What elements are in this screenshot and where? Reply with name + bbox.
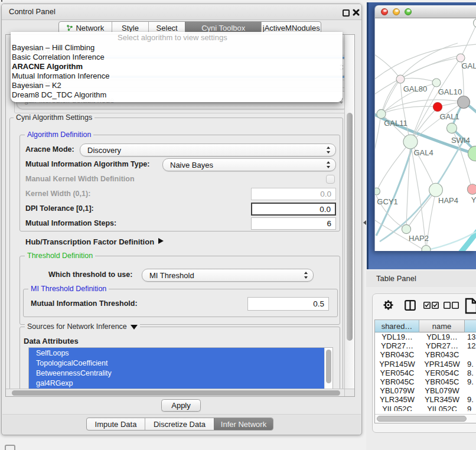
attribute-item[interactable]: SelfLoops: [36, 348, 69, 358]
network-node-hap4[interactable]: [429, 183, 443, 197]
attribute-list-scrollbar[interactable]: [324, 348, 332, 389]
algorithm-option[interactable]: Bayesian – Hill Climbing: [11, 43, 343, 53]
table-row[interactable]: YBR043CYBR043C: [375, 350, 476, 359]
network-node-gal10[interactable]: [432, 79, 441, 87]
table-row[interactable]: YPR145WYPR145W9.: [375, 360, 476, 369]
network-edge[interactable]: [400, 78, 436, 82]
control-panel-titlebar[interactable]: Control Panel: [2, 4, 361, 20]
network-edge[interactable]: [376, 145, 413, 236]
attribute-item[interactable]: BetweennessCentrality: [36, 369, 112, 379]
expand-arrow-icon[interactable]: [158, 238, 164, 244]
algorithm-option[interactable]: ARACNE Algorithm: [11, 62, 343, 71]
minimize-traffic-light-icon[interactable]: [393, 8, 400, 15]
table-row[interactable]: YER054CYER054C8.: [375, 369, 476, 377]
which-threshold-combobox[interactable]: MI Threshold: [142, 269, 314, 282]
kernel-width-field[interactable]: 0.0: [251, 188, 336, 200]
node-label: HAP4: [438, 196, 458, 205]
column-header-shared[interactable]: shared…: [375, 320, 419, 332]
network-node-gal11[interactable]: [377, 109, 386, 118]
network-edge[interactable]: [461, 24, 476, 58]
manual-kernel-checkbox[interactable]: [326, 175, 335, 184]
horizontal-scrollbar[interactable]: [6, 389, 344, 397]
float-window-icon[interactable]: [343, 9, 350, 17]
tab-label: Infer Network: [221, 420, 266, 429]
algorithm-option[interactable]: Dream8 DC_TDC Algorithm: [11, 90, 343, 100]
table-cell: 13: [465, 332, 476, 341]
vertical-scrollbar[interactable]: [344, 35, 355, 389]
table-row[interactable]: YBR045CYBR045C9.: [375, 377, 476, 386]
network-node[interactable]: [474, 19, 476, 28]
tab-label: jActiveMNodules: [263, 24, 320, 32]
aracne-mode-combobox[interactable]: Discovery: [80, 144, 336, 156]
attribute-item[interactable]: TopologicalCoefficient: [36, 358, 107, 369]
apply-button[interactable]: Apply: [161, 399, 201, 412]
network-node-gal4[interactable]: [403, 135, 418, 149]
network-node-y[interactable]: [467, 184, 476, 194]
table-row[interactable]: YBL079WYBL079W: [375, 386, 476, 395]
column-header[interactable]: [465, 320, 476, 332]
collapse-arrow-icon[interactable]: [131, 325, 138, 330]
table-scrollbar-thumb[interactable]: [377, 416, 467, 422]
mi-threshold-group-title: MI Threshold Definition: [28, 285, 109, 294]
network-window-titlebar[interactable]: [375, 5, 476, 18]
split-columns-icon[interactable]: [405, 300, 416, 311]
mi-steps-field[interactable]: 6: [251, 217, 336, 230]
table-cell: YBR045C: [419, 377, 465, 386]
tab-impute-data[interactable]: Impute Data: [87, 418, 145, 430]
network-edge[interactable]: [410, 142, 426, 249]
network-edge[interactable]: [406, 142, 410, 229]
table-panel-area: shared…name YDL19…YDL19…13YDR27…YDR27…12…: [366, 287, 476, 450]
algorithm-option[interactable]: Basic Correlation Inference: [11, 53, 343, 62]
table-panel-titlebar[interactable]: Table Panel: [366, 270, 476, 288]
network-node-gal1[interactable]: [433, 103, 442, 112]
table-row[interactable]: YDL19…YDL19…13: [375, 332, 476, 341]
tab-discretize-data[interactable]: Discretize Data: [145, 418, 214, 430]
table-row[interactable]: YIL052CYIL052C9: [375, 405, 476, 412]
network-node[interactable]: [422, 246, 431, 252]
gear-icon[interactable]: [383, 299, 394, 311]
horizontal-scrollbar-thumb[interactable]: [12, 390, 340, 396]
close-icon[interactable]: [353, 9, 360, 16]
table-horizontal-scrollbar[interactable]: [375, 414, 476, 423]
network-canvas[interactable]: GAL2GAL80GAL10GAL1GAL11SWI4GAL4GCY1HAP4Y…: [375, 18, 476, 251]
network-node-gcy1[interactable]: [375, 188, 380, 195]
network-node-hap2[interactable]: [402, 224, 410, 233]
column-header-name[interactable]: name: [419, 320, 465, 332]
data-attributes-list[interactable]: SelfLoopsTopologicalCoefficientBetweenne…: [28, 347, 333, 389]
table-cell: [465, 386, 476, 395]
tab-label: Style: [122, 24, 139, 32]
table-cell: 8.: [465, 369, 476, 377]
file-icon[interactable]: [465, 298, 476, 314]
mi-type-combobox[interactable]: Naive Bayes: [162, 158, 336, 171]
cyni-settings-group-title: Cyni Algorithm Settings: [14, 113, 94, 122]
algorithm-option[interactable]: Mutual Information Inference: [11, 71, 343, 81]
dpi-tolerance-field[interactable]: 0.0: [251, 203, 336, 216]
table-panel-box: shared…name YDL19…YDL19…13YDR27…YDR27…12…: [372, 294, 476, 433]
network-node[interactable]: [458, 96, 470, 109]
tab-infer-network[interactable]: Infer Network: [214, 418, 273, 430]
algorithm-option[interactable]: Bayesian – K2: [11, 81, 343, 90]
table-row[interactable]: YLR345WYLR345W9.: [375, 395, 476, 404]
checked-columns-icon[interactable]: [423, 302, 439, 309]
unchecked-columns-icon[interactable]: [444, 302, 459, 309]
table-row[interactable]: YDR27…YDR27…12: [375, 341, 476, 350]
table-toolbar: [373, 294, 476, 319]
network-node[interactable]: [468, 146, 476, 161]
vertical-scrollbar-thumb[interactable]: [347, 113, 353, 341]
table-cell: YPR145W: [375, 360, 419, 369]
control-panel-title: Control Panel: [9, 4, 56, 19]
network-node-gal80[interactable]: [396, 75, 405, 83]
network-edge[interactable]: [375, 115, 381, 155]
cyni-mode-tabs: Impute DataDiscretize DataInfer Network: [86, 418, 273, 431]
network-edge[interactable]: [375, 54, 400, 79]
close-traffic-light-icon[interactable]: [381, 8, 388, 15]
attribute-item[interactable]: gal4RGexp: [36, 379, 73, 389]
mi-threshold-field[interactable]: 0.5: [247, 297, 329, 311]
network-node-gal2[interactable]: [457, 54, 465, 62]
zoom-traffic-light-icon[interactable]: [405, 8, 412, 15]
table-cell: YBL079W: [419, 386, 465, 395]
network-node-swi4[interactable]: [446, 123, 457, 133]
combo-arrows-icon: [327, 161, 331, 168]
panel-corner-icon[interactable]: [5, 445, 15, 450]
splitter-collapse-icon[interactable]: [363, 220, 366, 225]
